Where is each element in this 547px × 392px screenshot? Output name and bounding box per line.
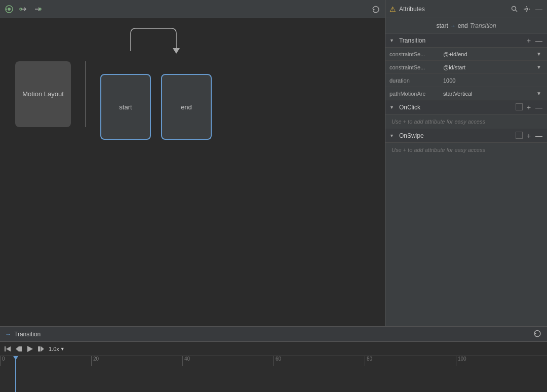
canvas-area: Motion Layout start end [0, 18, 385, 326]
svg-marker-9 [16, 346, 19, 351]
attributes-panel: ⚠ Attributes — [385, 0, 547, 326]
step-back-btn[interactable] [15, 345, 22, 352]
speed-dropdown-icon: ▼ [60, 346, 65, 351]
states-area: start end [100, 49, 212, 140]
section-onclick-header[interactable]: ▼ OnClick + — [385, 100, 547, 114]
ruler-mark-80: 80 [365, 356, 456, 366]
ruler-mark-100: 100 [456, 356, 547, 366]
transition-arrow-svg [105, 26, 202, 54]
svg-rect-13 [38, 346, 41, 351]
svg-marker-4 [173, 48, 180, 54]
tool-icon-2[interactable] [18, 4, 28, 14]
attributes-header-icons: — [511, 5, 543, 13]
onclick-remove-btn[interactable]: — [535, 103, 543, 111]
section-transition-header[interactable]: ▼ Transition + — [385, 33, 547, 48]
state-box-start[interactable]: start [100, 74, 151, 140]
svg-point-6 [526, 8, 528, 10]
search-icon[interactable] [511, 5, 519, 13]
triangle-down-icon: ▼ [389, 38, 394, 43]
timeline-header: → Transition [0, 327, 547, 342]
section-onswipe-label: OnSwipe [399, 132, 424, 139]
onclick-hint: Use + to add attribute for easy access [385, 114, 547, 129]
timeline-title-label: Transition [14, 331, 41, 338]
timeline-ruler: 0 20 40 60 80 100 [0, 356, 547, 392]
transition-start-text: start [436, 22, 448, 29]
section-transition-actions: + — [525, 36, 543, 45]
onswipe-remove-btn[interactable]: — [535, 132, 543, 140]
tool-icon-right[interactable] [371, 4, 381, 14]
playhead[interactable] [15, 356, 16, 392]
transition-italic-text: Transition [470, 22, 496, 29]
state-box-end[interactable]: end [161, 74, 212, 140]
attr-dropdown-constraint-start[interactable]: ▼ [535, 63, 543, 71]
motion-layout-label: Motion Layout [22, 90, 64, 99]
svg-marker-12 [41, 346, 44, 351]
motion-layout-box[interactable]: Motion Layout [15, 61, 71, 127]
canvas-toolbar [0, 0, 385, 18]
transition-title-bar: start → end Transition [385, 18, 547, 33]
tool-icon-1[interactable] [4, 4, 14, 14]
section-onswipe-actions: + — [516, 132, 543, 140]
onclick-checkbox[interactable] [516, 103, 523, 110]
attr-row-duration[interactable]: duration 1000 ▼ [385, 74, 547, 87]
state-end-label: end [181, 103, 192, 111]
skip-to-start-btn[interactable] [4, 345, 11, 352]
attr-value-path-motion-arc: startVertical [443, 91, 532, 97]
attributes-header-left: ⚠ Attributes [389, 5, 425, 13]
attributes-title: Attributes [399, 6, 425, 13]
timeline-panel: → Transition [0, 326, 547, 392]
speed-selector[interactable]: 1.0x ▼ [49, 346, 65, 352]
diagram-container: Motion Layout start end [15, 49, 212, 140]
attr-dropdown-constraint-end[interactable]: ▼ [535, 50, 543, 58]
svg-point-1 [8, 8, 11, 11]
minimize-icon[interactable]: — [535, 5, 543, 13]
divider-line [85, 61, 86, 127]
timeline-arrow: → [5, 331, 11, 338]
onswipe-checkbox[interactable] [516, 132, 523, 139]
warning-icon: ⚠ [389, 5, 396, 13]
tool-icon-3[interactable] [32, 4, 43, 14]
attr-row-path-motion-arc[interactable]: pathMotionArc startVertical ▼ [385, 87, 547, 100]
section-onclick-actions: + — [516, 103, 543, 111]
ruler-mark-20: 20 [91, 356, 182, 366]
play-btn[interactable] [26, 345, 33, 352]
timeline-track: 0 20 40 60 80 100 [0, 356, 547, 392]
svg-marker-11 [27, 346, 33, 352]
canvas-panel: Motion Layout start end [0, 0, 385, 326]
ruler-marks: 0 20 40 60 80 100 [0, 356, 547, 366]
ruler-mark-40: 40 [182, 356, 274, 366]
transition-add-btn[interactable]: + [525, 36, 533, 45]
attr-dropdown-path-motion-arc[interactable]: ▼ [535, 90, 543, 98]
svg-rect-10 [19, 346, 22, 351]
attributes-header: ⚠ Attributes — [385, 0, 547, 18]
timeline-title: → Transition [5, 331, 41, 338]
onswipe-add-btn[interactable]: + [525, 132, 533, 140]
attr-value-duration: 1000 [443, 77, 532, 84]
attr-row-constraint-end[interactable]: constraintSe... @+id/end ▼ [385, 48, 547, 61]
settings-icon[interactable] [523, 5, 531, 13]
speed-value: 1.0x [49, 346, 59, 352]
onclick-add-btn[interactable]: + [525, 103, 533, 111]
attr-value-constraint-start: @id/start [443, 64, 532, 70]
svg-rect-7 [5, 346, 6, 351]
attr-key-constraint-start: constraintSe... [389, 64, 440, 70]
section-onclick-label: OnClick [399, 104, 420, 111]
attr-row-constraint-start[interactable]: constraintSe... @id/start ▼ [385, 61, 547, 74]
onswipe-triangle-icon: ▼ [389, 133, 394, 138]
onswipe-hint: Use + to add attribute for easy access [385, 143, 547, 157]
onclick-triangle-icon: ▼ [389, 105, 394, 110]
ruler-mark-60: 60 [274, 356, 365, 366]
timeline-header-right[interactable] [533, 329, 542, 339]
step-forward-btn[interactable] [37, 345, 45, 352]
transition-end-text: end [458, 22, 468, 29]
section-onswipe-header[interactable]: ▼ OnSwipe + — [385, 129, 547, 143]
attr-value-constraint-end: @+id/end [443, 51, 532, 57]
section-transition-label: Transition [399, 37, 425, 44]
attr-key-duration: duration [389, 77, 440, 84]
transition-remove-btn[interactable]: — [535, 36, 543, 45]
transition-arrow-text: → [450, 23, 456, 29]
svg-point-5 [512, 6, 516, 10]
svg-marker-8 [6, 346, 11, 351]
state-start-label: start [119, 103, 132, 111]
attr-key-constraint-end: constraintSe... [389, 51, 440, 57]
